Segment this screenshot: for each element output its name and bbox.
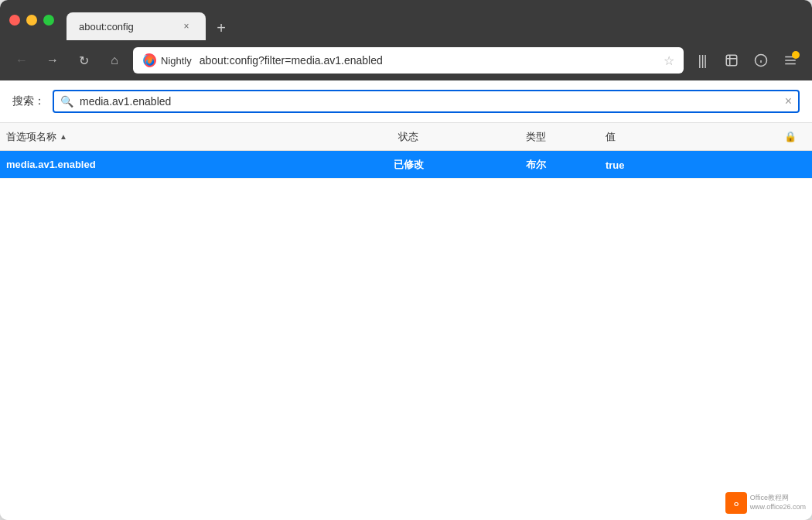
search-label: 搜索：	[12, 94, 45, 108]
info-icon[interactable]	[749, 48, 773, 73]
address-input[interactable]	[200, 54, 659, 67]
search-input[interactable]	[80, 95, 779, 108]
alert-badge	[792, 51, 800, 59]
cell-name: media.av1.enabled	[6, 159, 96, 170]
maximize-button[interactable]	[43, 15, 54, 26]
bookmark-star-icon[interactable]: ☆	[664, 53, 674, 68]
column-action-header: 🔒	[775, 131, 806, 142]
config-table: 首选项名称 ▲ 状态 类型 值 🔒 media.av1.enabled 已修	[0, 123, 812, 520]
svg-rect-1	[726, 55, 737, 66]
title-bar: about:config × +	[0, 0, 812, 40]
refresh-button[interactable]: ↻	[71, 48, 96, 73]
watermark-logo: O	[725, 492, 747, 514]
tab-bar: about:config × +	[67, 0, 803, 40]
traffic-lights	[9, 15, 54, 26]
firefox-icon	[142, 53, 156, 67]
tab-title: about:config	[79, 21, 172, 32]
lock-icon: 🔒	[784, 131, 797, 142]
table-body: media.av1.enabled 已修改 布尔 true	[0, 151, 812, 179]
sort-arrow-icon: ▲	[60, 132, 67, 141]
cell-type: 布尔	[526, 159, 546, 170]
table-row[interactable]: media.av1.enabled 已修改 布尔 true	[0, 151, 812, 179]
nav-bar: ← → ↻ ⌂	[0, 40, 812, 80]
watermark: O Office教程网 www.office26.com	[725, 492, 806, 514]
close-button[interactable]	[9, 15, 20, 26]
browser-name: Nightly	[161, 55, 192, 67]
forward-button[interactable]: →	[40, 48, 65, 73]
column-status-header[interactable]: 状态	[345, 130, 472, 144]
minimize-button[interactable]	[26, 15, 37, 26]
page-content: 搜索： 🔍 × 首选项名称 ▲ 状态 类型	[0, 80, 812, 520]
cell-status: 已修改	[394, 159, 424, 170]
search-input-wrapper: 🔍 ×	[53, 90, 800, 113]
toolbar-right: |||	[690, 48, 803, 73]
name-header-label: 首选项名称	[6, 130, 56, 144]
sync-icon[interactable]	[719, 48, 744, 73]
search-bar: 搜索： 🔍 ×	[0, 80, 812, 123]
new-tab-button[interactable]: +	[209, 15, 234, 40]
svg-text:O: O	[734, 501, 739, 508]
menu-icon[interactable]	[778, 48, 803, 73]
home-button[interactable]: ⌂	[102, 48, 127, 73]
column-value-header[interactable]: 值	[599, 130, 775, 144]
watermark-text: Office教程网 www.office26.com	[750, 494, 806, 511]
search-icon: 🔍	[60, 95, 73, 108]
address-bar[interactable]: Nightly ☆	[133, 47, 684, 74]
tab-close-button[interactable]: ×	[179, 19, 193, 33]
table-header: 首选项名称 ▲ 状态 类型 值 🔒	[0, 123, 812, 151]
search-clear-button[interactable]: ×	[785, 94, 792, 108]
browser-window: about:config × + ← → ↻ ⌂	[0, 0, 812, 520]
cell-value: true	[606, 159, 625, 171]
active-tab[interactable]: about:config ×	[67, 12, 206, 40]
library-icon[interactable]: |||	[690, 48, 715, 73]
column-type-header[interactable]: 类型	[473, 130, 599, 144]
back-button[interactable]: ←	[9, 48, 34, 73]
column-name-header[interactable]: 首选项名称 ▲	[6, 130, 345, 144]
